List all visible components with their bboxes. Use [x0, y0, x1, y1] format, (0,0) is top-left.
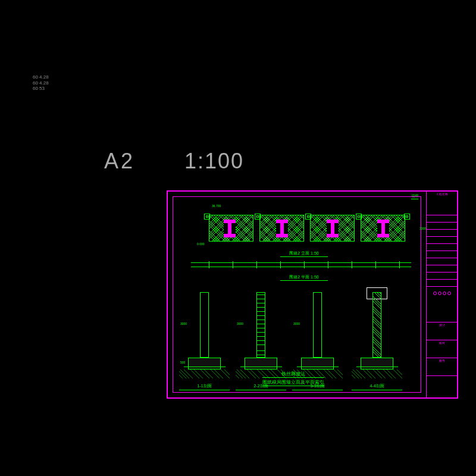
stamp-circle: [447, 292, 451, 295]
height-dim: 3300: [419, 227, 426, 230]
base-dim: 0.000: [197, 242, 205, 246]
section-4: 4-4剖面: [352, 286, 402, 390]
plan-tick: [280, 261, 281, 268]
elevation-dim: 36.700: [212, 204, 221, 208]
column: [372, 292, 381, 358]
plan-tick: [256, 261, 257, 268]
dim: 3000: [237, 322, 243, 325]
dim: 3000: [293, 322, 300, 325]
tb-project: 工程名称: [427, 192, 457, 196]
plan-tick: [304, 261, 305, 268]
dim: 3000: [180, 322, 187, 325]
elevation-view: 36.700 3300 0.000 围墙2 立面 1:50: [191, 209, 411, 250]
i-beam-icon: [377, 220, 389, 237]
stamp-circle: [433, 292, 437, 295]
section-4-title: 4-4剖面: [352, 383, 402, 390]
i-beam-icon: [224, 220, 236, 237]
column: [256, 292, 265, 358]
pier: [305, 214, 311, 220]
meta-info: 60 4.28 60 4.28 60 53: [33, 74, 49, 92]
i-beam-icon: [327, 220, 339, 237]
title-block: 工程名称 设计 校对 图号: [426, 192, 457, 397]
plan-tick: [375, 261, 376, 268]
plan-tick: [399, 261, 400, 268]
ground-hatch: [179, 369, 230, 378]
tb-dwg: 图号: [427, 358, 457, 363]
pier: [404, 214, 410, 220]
plan-title: 围墙2 平面 1:50: [280, 274, 328, 281]
scale-label: 1:100: [184, 149, 244, 174]
drawing-border: 说明 36.700 3300 0.000 围墙2 立面 1:50: [167, 190, 458, 399]
tb-check: 校对: [427, 340, 457, 345]
drawing-main-title: 铁丝网做法 图纸税局围墙立面及平面索引: [262, 371, 324, 386]
plan-wall-line: [191, 262, 411, 267]
pier: [204, 214, 210, 220]
plan-tick: [352, 261, 352, 268]
drawing-area: 36.700 3300 0.000 围墙2 立面 1:50 围墙2 平面 1:5…: [173, 196, 421, 393]
section-1-title: 1-1剖面: [179, 383, 230, 390]
ground-hatch: [352, 369, 402, 378]
column: [313, 292, 322, 358]
pier: [356, 214, 362, 220]
stamp-circle: [438, 292, 441, 295]
column: [200, 292, 209, 358]
section-1: 3000 500 1-1剖面: [179, 286, 230, 390]
stamp-circle: [443, 292, 446, 295]
plan-view: 围墙2 平面 1:50: [191, 256, 411, 277]
plan-tick: [233, 261, 233, 268]
dim: 500: [180, 361, 185, 364]
i-beam-icon: [276, 220, 288, 237]
sheet-size-label: A2: [104, 149, 135, 174]
pier: [255, 214, 261, 220]
plan-tick: [328, 261, 328, 268]
tb-design: 设计: [427, 322, 457, 327]
plan-tick: [209, 261, 209, 268]
